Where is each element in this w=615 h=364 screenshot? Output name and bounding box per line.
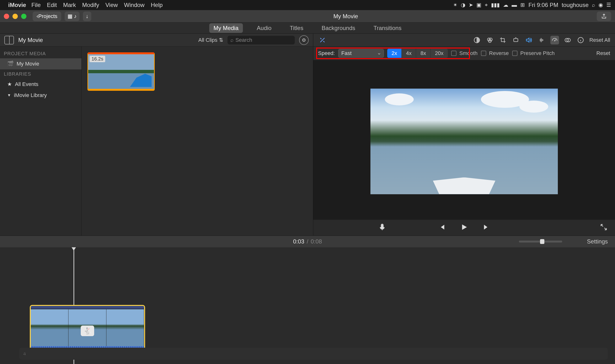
share-button[interactable] [597, 12, 611, 21]
updown-icon: ⇅ [219, 37, 223, 43]
tab-titles[interactable]: Titles [285, 23, 308, 33]
grid-icon[interactable]: ⊞ [520, 2, 525, 8]
import-button[interactable]: ↓ [83, 12, 91, 21]
status-icon[interactable]: ◑ [461, 2, 465, 8]
reset-all-button[interactable]: Reset All [589, 37, 610, 43]
play-button[interactable] [460, 223, 468, 232]
inspector-toolbar: Reset All [313, 34, 615, 47]
next-frame-button[interactable] [483, 223, 491, 232]
toggle-sidebar-icon[interactable] [4, 36, 14, 44]
menu-modify[interactable]: Modify [82, 2, 99, 8]
stabilize-icon[interactable] [511, 36, 520, 44]
menu-edit[interactable]: Edit [47, 2, 57, 8]
speed-label: Speed: [318, 50, 335, 56]
fullscreen-icon[interactable] [600, 223, 608, 232]
search-icon: ⌕ [230, 37, 233, 43]
right-panel: Reset All Speed: Fast 2x 4x 8x 20x Smoot… [313, 34, 615, 235]
sidebar-item-label: My Movie [17, 61, 39, 67]
noise-reduction-icon[interactable] [537, 36, 546, 44]
timeline[interactable]: 8.0s 🐇 ♫ [0, 247, 615, 364]
clips-filter[interactable]: All Clips ⇅ [199, 37, 223, 43]
spotlight-icon[interactable]: ⌕ [592, 2, 595, 8]
speed-rabbit-icon: 🐇 [81, 325, 94, 336]
search-placeholder: Search [235, 37, 252, 43]
browser-settings-icon[interactable]: ⚙ [299, 35, 309, 45]
music-track[interactable]: ♫ [19, 348, 608, 360]
tab-audio[interactable]: Audio [253, 23, 276, 33]
sidebar: PROJECT MEDIA 🎬 My Movie LIBRARIES ★ All… [0, 47, 82, 235]
display-icon[interactable]: ▣ [476, 2, 481, 8]
battery-icon[interactable]: ▮▮▮ [491, 2, 500, 8]
prev-frame-button[interactable] [438, 223, 446, 232]
clock[interactable]: Fri 9:06 PM [529, 2, 558, 8]
speed-reset-button[interactable]: Reset [597, 50, 610, 56]
sidebar-item-imovie-library[interactable]: ▼ iMovie Library [0, 90, 81, 101]
siri-icon[interactable]: ◉ [598, 2, 603, 8]
chevron-left-icon: ‹ [37, 13, 38, 19]
media-browser[interactable]: 16.2s [82, 47, 313, 235]
media-clip-thumbnail[interactable]: 16.2s [87, 52, 155, 91]
app-name[interactable]: iMovie [8, 2, 26, 8]
maximize-window-button[interactable] [21, 14, 27, 19]
volume-icon[interactable] [524, 36, 533, 44]
reverse-checkbox[interactable]: Reverse [481, 50, 509, 56]
tab-my-media[interactable]: My Media [209, 23, 243, 33]
library-tabs: My Media Audio Titles Backgrounds Transi… [0, 23, 615, 34]
timeline-settings-button[interactable]: Settings [587, 238, 608, 245]
preserve-pitch-checkbox[interactable]: Preserve Pitch [512, 50, 555, 56]
back-projects-label: Projects [38, 13, 57, 19]
sidebar-item-my-movie[interactable]: 🎬 My Movie [0, 58, 81, 69]
speed-4x[interactable]: 4x [402, 49, 416, 58]
battery2-icon[interactable]: ▬ [512, 2, 517, 8]
speed-icon[interactable] [550, 36, 559, 44]
speed-8x[interactable]: 8x [416, 49, 430, 58]
theater-button[interactable]: ▦ ♪ [65, 12, 80, 21]
smooth-checkbox[interactable]: Smooth [451, 50, 478, 56]
menu-icon[interactable]: ☰ [606, 2, 611, 8]
macos-menubar: iMovie File Edit Mark Modify View Window… [0, 0, 615, 10]
left-panel: My Movie All Clips ⇅ ⌕ Search ⚙ PROJECT … [0, 34, 313, 235]
color-correction-icon[interactable] [485, 36, 494, 44]
current-time: 0:03 [293, 238, 304, 245]
music-note-icon: ♫ [23, 351, 26, 356]
browser-title: My Movie [18, 37, 43, 43]
reverse-label: Reverse [489, 50, 509, 56]
tab-transitions[interactable]: Transitions [369, 23, 406, 33]
filters-icon[interactable] [563, 36, 572, 44]
svg-rect-4 [514, 39, 518, 41]
voiceover-mic-icon[interactable] [378, 223, 386, 232]
color-balance-icon[interactable] [473, 36, 481, 44]
speed-preset-dropdown[interactable]: Fast [338, 49, 384, 58]
bluetooth-icon[interactable]: ⌖ [485, 2, 488, 8]
speed-inspector: Speed: Fast 2x 4x 8x 20x Smooth Reverse … [313, 47, 615, 60]
wechat-icon[interactable]: ✴ [453, 2, 457, 8]
username[interactable]: toughouse [562, 2, 588, 8]
back-projects-button[interactable]: ‹ Projects [33, 12, 61, 21]
main-area: My Movie All Clips ⇅ ⌕ Search ⚙ PROJECT … [0, 34, 615, 236]
total-time: 0:08 [311, 238, 322, 245]
location-icon[interactable]: ➤ [469, 2, 473, 8]
search-input[interactable]: ⌕ Search [227, 36, 295, 44]
speed-multiplier-segment: 2x 4x 8x 20x [387, 49, 448, 58]
zoom-knob[interactable] [540, 239, 544, 244]
info-icon[interactable] [576, 36, 585, 44]
minimize-window-button[interactable] [13, 14, 18, 19]
menu-file[interactable]: File [31, 2, 41, 8]
speed-20x[interactable]: 20x [430, 49, 448, 58]
menu-window[interactable]: Window [124, 2, 144, 8]
menu-view[interactable]: View [106, 2, 118, 8]
close-window-button[interactable] [4, 14, 9, 19]
menu-help[interactable]: Help [151, 2, 163, 8]
tab-backgrounds[interactable]: Backgrounds [317, 23, 360, 33]
crop-icon[interactable] [498, 36, 507, 44]
preview-viewer[interactable] [313, 60, 615, 220]
sidebar-item-all-events[interactable]: ★ All Events [0, 79, 81, 90]
menu-mark[interactable]: Mark [63, 2, 76, 8]
speed-2x[interactable]: 2x [387, 49, 402, 58]
enhance-icon[interactable] [318, 36, 327, 44]
cloud-icon[interactable]: ☁ [503, 2, 508, 8]
zoom-slider[interactable] [519, 241, 562, 243]
chevron-down-icon: ▼ [7, 93, 11, 97]
sidebar-item-label: All Events [15, 81, 39, 87]
sidebar-item-label: iMovie Library [14, 92, 47, 98]
